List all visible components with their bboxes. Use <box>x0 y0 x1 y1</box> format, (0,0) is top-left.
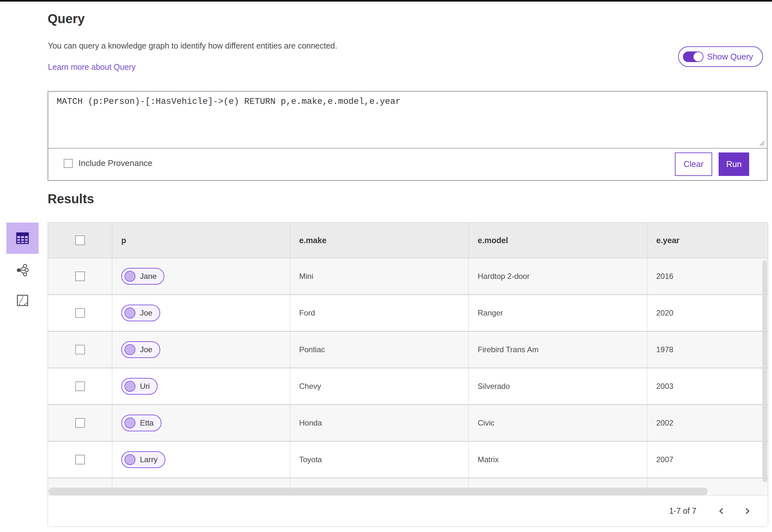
toggle-switch-icon[interactable] <box>683 51 703 62</box>
chevron-left-icon <box>718 506 725 516</box>
entity-label: Jane <box>140 272 157 281</box>
cell-p: Uri <box>112 368 290 404</box>
top-edge-bar <box>0 0 772 2</box>
entity-node-icon <box>124 417 135 428</box>
cell-e-year: 2020 <box>647 295 768 331</box>
column-header-e-year[interactable]: e.year <box>647 223 768 258</box>
entity-pill[interactable]: Larry <box>121 451 165 468</box>
cell-p: Joe <box>112 332 290 368</box>
row-select-cell <box>48 295 112 331</box>
table-row: Joe Pontiac Firebird Trans Am 1978 <box>48 332 768 368</box>
row-select-cell <box>48 258 112 294</box>
include-provenance-checkbox[interactable] <box>64 159 73 168</box>
query-input[interactable]: MATCH (p:Person)-[:HasVehicle]->(e) RETU… <box>48 92 767 112</box>
cell-e-year: 2016 <box>647 258 768 294</box>
table-pagination-bar: 1-7 of 7 <box>48 495 768 527</box>
cell-e-model: Civic <box>468 405 647 441</box>
toggle-knob <box>694 52 703 61</box>
cell-e-year: 2007 <box>647 442 768 478</box>
cell-p: Joe <box>112 295 290 331</box>
results-table-card: p e.make e.model e.year Jane Mini Hardto… <box>48 222 768 527</box>
row-checkbox[interactable] <box>75 308 85 318</box>
row-select-cell <box>48 368 112 404</box>
run-button[interactable]: Run <box>719 152 749 176</box>
resize-handle-icon[interactable] <box>758 139 765 147</box>
row-select-cell <box>48 332 112 368</box>
cell-e-make: Chevy <box>290 368 468 404</box>
entity-label: Joe <box>140 308 152 317</box>
row-select-cell <box>48 442 112 478</box>
clear-button[interactable]: Clear <box>675 152 712 176</box>
row-select-cell <box>48 405 112 441</box>
table-grid-icon <box>16 232 29 244</box>
table-row: Larry Toyota Matrix 2007 <box>48 442 768 478</box>
table-row: Etta Honda Civic 2002 <box>48 405 768 442</box>
cell-e-model: Firebird Trans Am <box>468 332 647 368</box>
select-all-checkbox[interactable] <box>75 235 85 245</box>
column-header-e-make[interactable]: e.make <box>290 223 468 258</box>
entity-pill[interactable]: Joe <box>121 341 160 358</box>
entity-pill[interactable]: Jane <box>121 268 164 285</box>
table-row: Joe Ford Ranger 2020 <box>48 295 768 332</box>
cell-e-model: Silverado <box>468 368 647 404</box>
entity-node-icon <box>124 344 135 355</box>
cell-p: Etta <box>112 405 290 441</box>
select-all-cell <box>48 223 112 258</box>
page-title: Query <box>48 12 85 26</box>
link-chart-view-button[interactable] <box>6 259 39 282</box>
entity-pill[interactable]: Joe <box>121 305 160 321</box>
cell-e-year: 2002 <box>647 405 768 441</box>
column-header-p[interactable]: p <box>112 223 290 258</box>
table-body: Jane Mini Hardtop 2-door 2016 Joe Ford R… <box>48 258 768 495</box>
entity-label: Joe <box>140 345 152 354</box>
map-outline-icon <box>17 295 28 306</box>
cell-e-year: 2003 <box>647 368 768 404</box>
cell-e-make: Toyota <box>290 442 468 478</box>
include-provenance-control: Include Provenance <box>64 158 152 168</box>
query-editor[interactable]: MATCH (p:Person)-[:HasVehicle]->(e) RETU… <box>48 92 767 149</box>
results-title: Results <box>48 192 94 206</box>
row-checkbox[interactable] <box>75 345 85 354</box>
row-checkbox[interactable] <box>75 418 85 428</box>
row-checkbox[interactable] <box>75 381 85 391</box>
entity-node-icon <box>124 307 135 318</box>
entity-pill[interactable]: Etta <box>121 415 161 431</box>
query-page: Query You can query a knowledge graph to… <box>0 0 772 532</box>
cell-e-make: Mini <box>290 258 468 294</box>
cell-e-model: Matrix <box>468 442 647 478</box>
learn-more-link[interactable]: Learn more about Query <box>48 62 135 72</box>
table-view-button[interactable] <box>6 223 39 254</box>
horizontal-scrollbar-thumb[interactable] <box>49 488 708 495</box>
entity-label: Larry <box>140 455 158 464</box>
entity-label: Etta <box>140 418 154 427</box>
show-query-toggle[interactable]: Show Query <box>678 46 763 67</box>
table-header-row: p e.make e.model e.year <box>48 223 768 258</box>
entity-node-icon <box>124 454 135 465</box>
cell-p: Larry <box>112 442 290 478</box>
row-checkbox[interactable] <box>75 271 85 281</box>
link-chart-nodes-icon <box>16 264 29 277</box>
show-query-label: Show Query <box>707 52 753 62</box>
pagination-next-button[interactable] <box>740 504 754 518</box>
row-checkbox[interactable] <box>75 455 85 464</box>
entity-node-icon <box>124 381 135 392</box>
include-provenance-label: Include Provenance <box>78 158 152 168</box>
cell-e-model: Ranger <box>468 295 647 331</box>
entity-pill[interactable]: Uri <box>121 378 158 395</box>
cell-e-make: Pontiac <box>290 332 468 368</box>
map-view-button[interactable] <box>6 289 39 312</box>
chevron-right-icon <box>743 506 751 516</box>
pagination-range-label: 1-7 of 7 <box>669 506 696 516</box>
cell-e-model: Hardtop 2-door <box>468 258 647 294</box>
cell-e-make: Ford <box>290 295 468 331</box>
column-header-e-model[interactable]: e.model <box>468 223 647 258</box>
entity-label: Uri <box>140 382 150 391</box>
table-row: Jane Mini Hardtop 2-door 2016 <box>48 258 768 295</box>
cell-e-year: 1978 <box>647 332 768 368</box>
pagination-prev-button[interactable] <box>714 504 729 518</box>
table-row: Uri Chevy Silverado 2003 <box>48 368 768 405</box>
entity-node-icon <box>124 271 135 282</box>
vertical-scrollbar-thumb[interactable] <box>762 260 767 482</box>
cell-p: Jane <box>112 258 290 294</box>
query-description: You can query a knowledge graph to ident… <box>48 41 337 50</box>
